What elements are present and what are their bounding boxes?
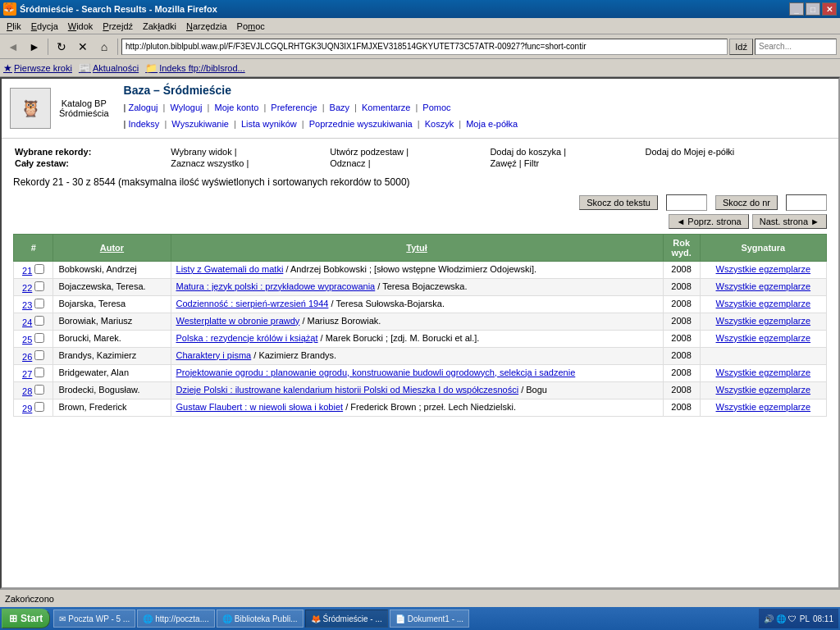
bookmark-pierwsze-kroki[interactable]: ★ Pierwsze kroki bbox=[3, 62, 72, 74]
row-sig-link[interactable]: Wszystkie egzemplarze bbox=[716, 402, 811, 412]
col-header-num: # bbox=[14, 234, 53, 261]
close-button[interactable]: ✕ bbox=[822, 2, 837, 16]
row-title-link[interactable]: Codzienność : sierpień-wrzesień 1944 bbox=[176, 299, 329, 308]
jump-section: Skocz do tekstu Skocz do nr bbox=[13, 194, 827, 211]
prev-page-button[interactable]: ◄ Poprz. strona bbox=[669, 214, 748, 229]
sort-title-link[interactable]: Tytuł bbox=[406, 243, 427, 253]
row-num-link[interactable]: 26 bbox=[22, 352, 32, 362]
row-sig-link[interactable]: Wszystkie egzemplarze bbox=[716, 316, 811, 326]
utworz-podzestaw-link[interactable]: Utwórz podzestaw bbox=[330, 147, 404, 157]
forward-button[interactable]: ► bbox=[25, 37, 44, 57]
menu-widok[interactable]: Widok bbox=[63, 20, 98, 33]
nav-lista-wynikow[interactable]: Lista wyników bbox=[241, 119, 297, 129]
menu-pomoc[interactable]: Pomoc bbox=[232, 20, 270, 33]
library-logo: 🦉 bbox=[10, 88, 51, 129]
row-title-link[interactable]: Polska : rezydencje królów i książąt bbox=[176, 333, 318, 343]
row-checkbox[interactable] bbox=[34, 316, 44, 326]
row-checkbox[interactable] bbox=[34, 333, 44, 343]
row-year-cell: 2008 bbox=[663, 399, 700, 416]
bookmark-indeks[interactable]: 📁 Indeks ftp://biblsrod... bbox=[145, 62, 245, 74]
dodaj-koszyk-section: Dodaj do koszyka | bbox=[490, 147, 643, 157]
nav-pomoc[interactable]: Pomoc bbox=[422, 103, 450, 112]
dodaj-koszyk-link[interactable]: Dodaj do koszyka bbox=[490, 147, 561, 157]
browser-search-input[interactable] bbox=[755, 39, 837, 55]
nav-wyszukiwanie[interactable]: Wyszukiwanie bbox=[171, 119, 229, 129]
row-sig-link[interactable]: Wszystkie egzemplarze bbox=[716, 299, 811, 308]
row-sig-link[interactable]: Wszystkie egzemplarze bbox=[716, 281, 811, 291]
go-button[interactable]: Idź bbox=[729, 39, 753, 55]
row-checkbox[interactable] bbox=[34, 264, 44, 274]
menu-przejdz[interactable]: Przejdź bbox=[98, 20, 138, 33]
sort-author-link[interactable]: Autor bbox=[100, 243, 124, 253]
row-checkbox[interactable] bbox=[34, 299, 44, 308]
nav-epol[interactable]: Moja e-półka bbox=[466, 119, 518, 129]
row-num-cell: 22 bbox=[14, 278, 53, 295]
row-title-link[interactable]: Projektowanie ogrodu : planowanie ogrodu… bbox=[176, 368, 576, 377]
row-title-link[interactable]: Matura : język polski : przykładowe wypr… bbox=[176, 281, 376, 291]
row-title-link[interactable]: Charaktery i pisma bbox=[176, 350, 252, 360]
row-checkbox[interactable] bbox=[34, 368, 44, 377]
nav-wyloguj[interactable]: Wyloguj bbox=[171, 103, 203, 112]
row-title-link[interactable]: Gustaw Flaubert : w niewoli słowa i kobi… bbox=[176, 402, 344, 412]
window-title: Śródmieście - Search Results - Mozilla F… bbox=[20, 4, 789, 14]
minimize-button[interactable]: _ bbox=[789, 2, 804, 16]
maximize-button[interactable]: □ bbox=[806, 2, 820, 16]
row-sig-link[interactable]: Wszystkie egzemplarze bbox=[716, 368, 811, 377]
row-num-link[interactable]: 22 bbox=[22, 283, 32, 293]
row-num-link[interactable]: 25 bbox=[22, 335, 32, 345]
row-sig-link[interactable]: Wszystkie egzemplarze bbox=[716, 264, 811, 274]
row-year-cell: 2008 bbox=[663, 364, 700, 381]
nav-moje-konto[interactable]: Moje konto bbox=[215, 103, 259, 112]
address-input[interactable] bbox=[121, 39, 728, 55]
col-header-sig: Sygnatura bbox=[700, 234, 826, 261]
bookmark-aktualnosci[interactable]: 📰 Aktualności bbox=[79, 62, 139, 74]
row-num-link[interactable]: 29 bbox=[22, 404, 32, 413]
odznacz-link[interactable]: Odznacz bbox=[330, 158, 365, 168]
zaznacz-link[interactable]: Zaznacz wszystko bbox=[171, 158, 244, 168]
next-page-button[interactable]: Nast. strona ► bbox=[752, 214, 827, 229]
menu-edycja[interactable]: Edycja bbox=[26, 20, 63, 33]
row-sig-link[interactable]: Wszystkie egzemplarze bbox=[716, 385, 811, 395]
row-num-link[interactable]: 28 bbox=[22, 386, 32, 396]
row-sig-link[interactable]: Wszystkie egzemplarze bbox=[716, 333, 811, 343]
nav-komentarze[interactable]: Komentarze bbox=[362, 103, 410, 112]
nav-indeksy[interactable]: Indeksy bbox=[128, 119, 159, 129]
address-bar: Idź bbox=[121, 39, 753, 55]
row-num-link[interactable]: 27 bbox=[22, 369, 32, 379]
row-checkbox[interactable] bbox=[34, 350, 44, 360]
odznacz-section: Odznacz | bbox=[330, 158, 488, 168]
nav-zaloguj[interactable]: Zaloguj bbox=[128, 103, 158, 112]
row-num-link[interactable]: 24 bbox=[22, 317, 32, 327]
nav-preferencje[interactable]: Preferencje bbox=[271, 103, 317, 112]
row-title-link[interactable]: Listy z Gwatemali do matki bbox=[176, 264, 284, 274]
nav-bazy[interactable]: Bazy bbox=[330, 103, 349, 112]
wybrany-widok-link[interactable]: Wybrany widok bbox=[171, 147, 231, 157]
filtr-link[interactable]: Filtr bbox=[524, 158, 539, 168]
jump-text-input[interactable] bbox=[666, 194, 707, 211]
row-title-link[interactable]: Dzieje Polski : ilustrowane kalendarium … bbox=[176, 385, 519, 395]
menu-zakladki[interactable]: Zakładki bbox=[138, 20, 181, 33]
back-button[interactable]: ◄ bbox=[3, 37, 23, 57]
row-sig-cell bbox=[700, 347, 826, 364]
stop-button[interactable]: ✕ bbox=[73, 37, 93, 57]
results-table: # Autor Tytuł Rokwyd. Sygnatura 21 Bobko… bbox=[13, 234, 827, 417]
dodaj-epol-link[interactable]: Dodaj do Mojej e-półki bbox=[645, 147, 734, 157]
nav-poprzednie[interactable]: Poprzednie wyszukiwania bbox=[309, 119, 413, 129]
jump-text-button[interactable]: Skocz do tekstu bbox=[579, 195, 658, 210]
jump-nr-input[interactable] bbox=[786, 194, 827, 211]
nav-koszyk[interactable]: Koszyk bbox=[425, 119, 454, 129]
jump-nr-button[interactable]: Skocz do nr bbox=[715, 195, 778, 210]
row-num-link[interactable]: 23 bbox=[22, 300, 32, 310]
row-checkbox[interactable] bbox=[34, 402, 44, 412]
menu-plik[interactable]: Plik bbox=[2, 20, 26, 33]
row-num-link[interactable]: 21 bbox=[22, 266, 32, 276]
row-checkbox[interactable] bbox=[34, 281, 44, 291]
home-button[interactable]: ⌂ bbox=[94, 37, 114, 57]
row-title-link[interactable]: Westerplatte w obronie prawdy bbox=[176, 316, 300, 326]
row-checkbox[interactable] bbox=[34, 385, 44, 395]
zawez-link[interactable]: Zawęź bbox=[490, 158, 516, 168]
menu-narzedzia[interactable]: Narzędzia bbox=[181, 20, 232, 33]
reload-button[interactable]: ↻ bbox=[52, 37, 71, 57]
nav-buttons: ◄ Poprz. strona Nast. strona ► bbox=[13, 214, 827, 229]
row-num-cell: 27 bbox=[14, 364, 53, 381]
